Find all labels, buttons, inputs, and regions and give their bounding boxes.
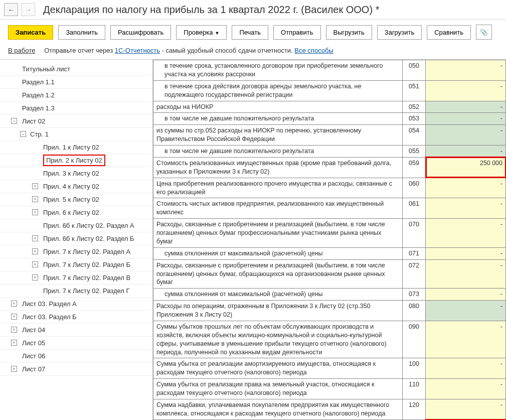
row-code: 053 [403,113,426,125]
row-value[interactable]: - [426,259,506,289]
row-value[interactable]: - [426,358,506,379]
tree-item[interactable]: +Прил. 6 к Листу 02 [0,206,152,219]
row-value[interactable]: - [426,80,506,101]
tree-item[interactable]: –Стр. 1 [0,128,152,141]
row-value[interactable]: - [426,125,506,146]
tree-item[interactable]: –Лист 02 [0,115,152,128]
row-description: Расходы, связанные с приобретением и реа… [153,259,403,289]
tree-item[interactable]: Раздел 1.1 [0,76,152,89]
tree-item-label: Прил. 7 к Листу 02. Раздел Г [43,287,130,295]
tree-item[interactable]: +Прил. 5 к Листу 02 [0,193,152,206]
tree-item[interactable]: Прил. 7 к Листу 02. Раздел Г [0,285,152,298]
tree-item[interactable]: +Лист 04 [0,324,152,337]
all-methods-link[interactable]: Все способы [294,47,333,54]
check-button[interactable]: Проверка▼ [176,25,227,40]
row-code: 050 [403,60,426,81]
row-value[interactable]: - [426,321,506,358]
tree-item-label: Прил. 2 к Листу 02 [43,155,105,166]
compare-button[interactable]: Сравнить [427,25,471,40]
row-value[interactable]: - [426,146,506,158]
tree-item[interactable]: Прил. 2 к Листу 02 [0,154,152,167]
expand-icon[interactable]: + [11,327,17,333]
table-row: в том числе не давшие положительного рез… [153,146,506,158]
table-row: Сумма надбавки, уплачиваемая покупателем… [153,399,506,419]
tree-item-label: Раздел 1.1 [22,78,55,86]
tree-item[interactable]: +Прил. 7 к Листу 02. Раздел А [0,245,152,258]
expand-icon[interactable]: + [32,235,38,241]
expand-icon[interactable]: + [32,261,38,267]
tree-item[interactable]: +Прил. 7 к Листу 02. Раздел Б [0,258,152,271]
expand-icon[interactable]: + [32,248,38,254]
decode-button[interactable]: Расшифровать [110,25,171,40]
download-button[interactable]: Загрузить [377,25,422,40]
tree-item-label: Прил. 7 к Листу 02. Раздел А [43,248,130,255]
row-value[interactable]: - [426,289,506,301]
tree-item[interactable]: Раздел 1.3 [0,102,152,115]
expand-icon[interactable]: + [32,183,38,189]
row-value[interactable]: - [426,301,506,321]
row-value[interactable]: 250 000 [426,157,506,178]
fill-button[interactable]: Заполнить [58,25,105,40]
row-code: 055 [403,146,426,158]
row-value[interactable]: - [426,113,506,125]
table-row: в течение срока действия договора аренды… [153,80,506,101]
tree-item[interactable]: Прил. 1 к Листу 02 [0,141,152,154]
expand-icon[interactable]: + [32,209,38,215]
expand-icon[interactable]: – [11,118,17,124]
row-value[interactable]: - [426,219,506,248]
tree-item[interactable]: Титульный лист [0,63,152,76]
table-row: Расходы по операциям, отраженным в Прило… [153,301,506,321]
tree-item[interactable]: Раздел 1.2 [0,89,152,102]
attach-button[interactable]: 📎 [476,25,492,40]
expand-icon[interactable]: + [11,301,17,307]
status-label[interactable]: В работе [8,47,35,54]
tree-item[interactable]: Прил. 3 к Листу 02 [0,167,152,180]
print-button[interactable]: Печать [232,25,268,40]
row-value[interactable]: - [426,178,506,198]
row-description: Суммы убытков прошлых лет по объектам об… [153,321,403,358]
tree-item-label: Лист 04 [22,326,45,334]
tree-item-label: Раздел 1.3 [22,104,55,112]
tree-item[interactable]: +Лист 07 [0,363,152,376]
row-value[interactable]: - [426,101,506,113]
status-text: Отправьте отчет через 1С-Отчетность - са… [44,47,333,54]
table-row: Цена приобретения реализованного прочего… [153,178,506,198]
row-value[interactable]: - [426,198,506,219]
tree-item-label: Лист 05 [22,339,45,347]
row-description: в течение срока, установленного договоро… [153,60,403,81]
tree-item-label: Прил. 6б к Листу 02. Раздел Б [43,235,134,242]
chevron-down-icon: ▼ [215,31,220,36]
save-button[interactable]: Записать [8,25,53,40]
row-description: в течение срока действия договора аренды… [153,80,403,101]
row-value[interactable]: - [426,60,506,81]
expand-icon[interactable]: + [32,196,38,202]
expand-icon[interactable]: + [11,314,17,320]
expand-icon[interactable]: + [11,340,17,346]
tree-item[interactable]: +Лист 03. Раздел А [0,298,152,311]
tree-item-label: Прил. 5 к Листу 02 [43,196,99,203]
table-row: Сумма убытка от реализации амортизируемо… [153,358,506,379]
upload-button[interactable]: Выгрузить [326,25,372,40]
row-value[interactable]: - [426,399,506,419]
tree-item[interactable]: Прил. 6б к Листу 02. Раздел А [0,219,152,232]
send-button[interactable]: Отправить [273,25,320,40]
row-value[interactable]: - [426,247,506,259]
row-description: Стоимость реализованных имущественных пр… [153,157,403,178]
expand-icon[interactable]: + [32,274,38,281]
tree-item[interactable]: +Лист 05 [0,337,152,350]
row-description: Цена приобретения реализованного прочего… [153,178,403,198]
report-link[interactable]: 1С-Отчетность [115,47,160,54]
back-button[interactable]: ← [4,3,18,16]
tree-item[interactable]: Лист 06 [0,350,152,363]
row-description: сумма отклонения от максимальной (расчет… [153,289,403,301]
tree-item[interactable]: +Прил. 4 к Листу 02 [0,180,152,193]
row-description: расходы на НИОКР [153,101,403,113]
expand-icon[interactable]: – [20,131,26,137]
forward-button[interactable]: → [21,3,35,16]
row-value[interactable]: - [426,379,506,399]
expand-icon[interactable]: + [11,366,17,372]
tree-item[interactable]: +Прил. 7 к Листу 02. Раздел В [0,271,152,285]
tree-item[interactable]: +Лист 03. Раздел Б [0,311,152,324]
tree-item[interactable]: +Прил. 6б к Листу 02. Раздел Б [0,232,152,245]
row-code: 061 [403,198,426,219]
